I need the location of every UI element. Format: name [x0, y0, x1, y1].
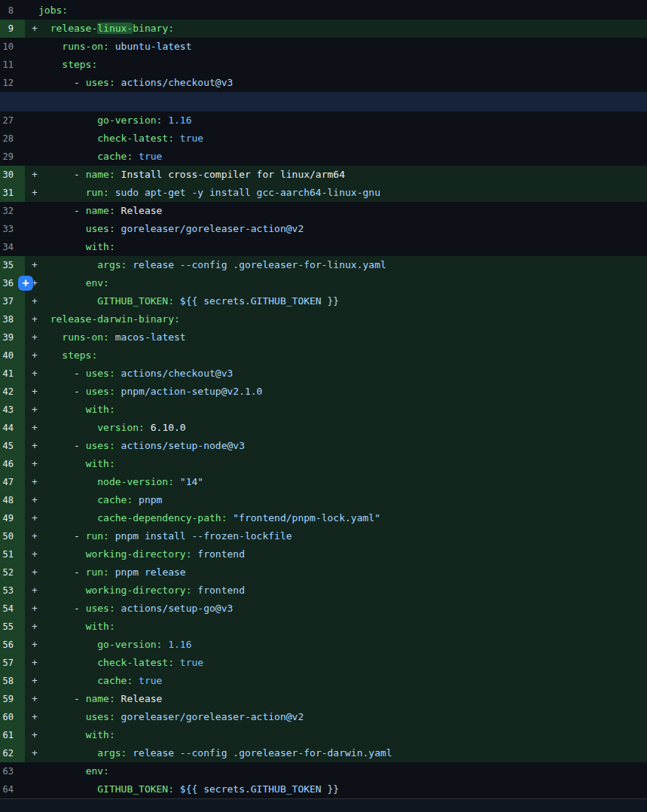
line-number[interactable]: 42: [0, 383, 25, 401]
line-number[interactable]: 54: [0, 600, 25, 618]
diff-row-context: 34 with:: [0, 238, 647, 256]
code-token: steps:: [62, 350, 97, 361]
line-number[interactable]: 45: [0, 437, 25, 455]
code-token: Release: [115, 693, 163, 704]
line-number[interactable]: 44: [0, 419, 25, 437]
line-number[interactable]: 49: [0, 509, 25, 527]
code-token: [38, 476, 97, 487]
diff-row-context: 12 - uses: actions/checkout@v3: [0, 74, 647, 92]
code-line: + check-latest: true: [25, 654, 647, 672]
code-line: + - run: pnpm release: [25, 563, 647, 582]
code-token: -: [38, 77, 86, 88]
expand-hunk-row[interactable]: [0, 92, 647, 111]
line-number[interactable]: 10: [0, 38, 25, 56]
line-number[interactable]: 35: [0, 256, 25, 274]
line-number[interactable]: 27: [0, 111, 25, 130]
diff-add-marker: +: [32, 491, 38, 509]
line-number[interactable]: 39: [0, 328, 25, 346]
diff-add-marker: +: [32, 672, 38, 690]
line-number[interactable]: 46: [0, 455, 25, 473]
code-token: release --config .goreleaser-for-darwin.…: [133, 747, 392, 759]
code-token: [115, 77, 121, 88]
line-number[interactable]: 57: [0, 654, 25, 672]
code-line: + with:: [25, 455, 647, 473]
line-number[interactable]: 63: [0, 762, 25, 780]
line-number[interactable]: 55: [0, 618, 25, 636]
line-number[interactable]: 51: [0, 545, 25, 563]
code-token: GITHUB_TOKEN:: [97, 783, 174, 795]
code-token: binary:: [133, 23, 174, 34]
code-token: -: [38, 566, 86, 578]
code-line: + - uses: actions/setup-go@v3: [25, 600, 647, 618]
line-number[interactable]: 8: [0, 2, 25, 20]
line-number[interactable]: 56: [0, 636, 25, 654]
code-line: - name: Release: [25, 202, 647, 220]
diff-add-marker: +: [32, 545, 38, 563]
code-token: true: [180, 657, 203, 668]
line-number[interactable]: 47: [0, 473, 25, 491]
code-line: + version: 6.10.0: [25, 419, 647, 437]
code-token: [115, 368, 121, 379]
line-number[interactable]: 59: [0, 690, 25, 708]
code-token: release-: [50, 23, 98, 34]
code-line: + - name: Install cross-compiler for lin…: [25, 166, 647, 184]
line-number[interactable]: 60: [0, 708, 25, 726]
add-line-comment-button[interactable]: +: [18, 276, 33, 291]
code-token: pnpm install --frozen-lockfile: [115, 530, 292, 542]
code-token: [115, 223, 121, 234]
diff-row-added: 42+ - uses: pnpm/action-setup@v2.1.0: [0, 383, 647, 401]
diff-row-added: 58+ cache: true: [0, 672, 647, 690]
code-token: [38, 585, 86, 596]
code-token: runs-on:: [62, 331, 109, 343]
diff-row-added: 54+ - uses: actions/setup-go@v3: [0, 600, 647, 618]
code-line: check-latest: true: [25, 130, 647, 148]
line-number[interactable]: 9: [0, 20, 25, 38]
line-number[interactable]: 12: [0, 74, 25, 92]
line-number[interactable]: 34: [0, 238, 25, 256]
diff-row-context: 32 - name: Release: [0, 202, 647, 220]
code-token: [109, 187, 115, 198]
code-token: sudo apt-get -y install gcc-aarch64-linu…: [115, 187, 380, 198]
code-line: + cache: pnpm: [25, 491, 647, 509]
diff-row-context: 29 cache: true: [0, 148, 647, 166]
line-number[interactable]: 32: [0, 202, 25, 220]
code-token: [38, 313, 50, 325]
code-token: [38, 331, 62, 343]
code-token: 6.10.0: [145, 422, 186, 433]
line-number[interactable]: 28: [0, 130, 25, 148]
diff-footer-strip: [0, 798, 647, 812]
code-token: [38, 729, 86, 740]
line-number[interactable]: 37: [0, 292, 25, 310]
code-token: run:: [86, 566, 109, 578]
code-token: [38, 241, 86, 252]
line-number[interactable]: 50: [0, 527, 25, 545]
diff-row-added: 47+ node-version: "14": [0, 473, 647, 491]
code-token: pnpm: [139, 494, 162, 505]
line-number[interactable]: 30: [0, 166, 25, 184]
line-number[interactable]: 61: [0, 726, 25, 744]
line-number[interactable]: 40: [0, 346, 25, 365]
line-number[interactable]: 31: [0, 184, 25, 202]
line-number[interactable]: 58: [0, 672, 25, 690]
code-token: true: [180, 133, 203, 144]
diff-row-context: 8jobs:: [0, 2, 647, 20]
code-line: + - name: Release: [25, 690, 647, 708]
diff-row-added: 36+ env:+: [0, 274, 647, 292]
line-number[interactable]: 38: [0, 310, 25, 328]
line-number[interactable]: 11: [0, 56, 25, 74]
line-number[interactable]: 64: [0, 780, 25, 798]
line-number[interactable]: 62: [0, 744, 25, 762]
code-token: with:: [86, 241, 115, 252]
diff-add-marker: +: [32, 563, 38, 582]
line-number[interactable]: 48: [0, 491, 25, 509]
line-number[interactable]: 29: [0, 148, 25, 166]
diff-row-added: 9+ release-linux-binary:: [0, 20, 647, 38]
diff-add-marker: +: [32, 310, 38, 328]
code-token: [38, 783, 97, 795]
line-number[interactable]: 41: [0, 365, 25, 383]
code-token: [38, 59, 62, 70]
line-number[interactable]: 33: [0, 220, 25, 238]
line-number[interactable]: 53: [0, 582, 25, 600]
line-number[interactable]: 52: [0, 563, 25, 582]
line-number[interactable]: 43: [0, 401, 25, 419]
